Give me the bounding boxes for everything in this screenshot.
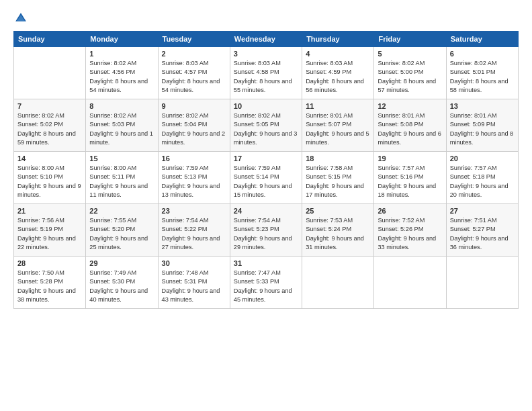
calendar-cell: 31Sunrise: 7:47 AM Sunset: 5:33 PM Dayli… — [230, 257, 302, 309]
calendar-cell — [14, 47, 86, 99]
day-number: 20 — [450, 154, 515, 163]
weekday-header-tuesday: Tuesday — [158, 32, 230, 47]
week-row-3: 14Sunrise: 8:00 AM Sunset: 5:10 PM Dayli… — [14, 152, 519, 204]
day-info: Sunrise: 7:59 AM Sunset: 5:13 PM Dayligh… — [162, 164, 226, 199]
calendar-cell: 8Sunrise: 8:02 AM Sunset: 5:03 PM Daylig… — [86, 99, 158, 152]
day-number: 14 — [17, 154, 82, 163]
calendar-container: SundayMondayTuesdayWednesdayThursdayFrid… — [0, 0, 532, 316]
day-number: 21 — [17, 207, 82, 215]
day-number: 11 — [306, 102, 370, 110]
day-number: 3 — [234, 50, 298, 58]
calendar-cell — [446, 257, 518, 309]
calendar-cell: 30Sunrise: 7:48 AM Sunset: 5:31 PM Dayli… — [158, 257, 230, 309]
day-info: Sunrise: 8:03 AM Sunset: 4:57 PM Dayligh… — [162, 59, 226, 95]
day-number: 25 — [306, 207, 370, 215]
day-number: 6 — [450, 50, 515, 58]
day-number: 8 — [89, 102, 154, 110]
day-info: Sunrise: 8:02 AM Sunset: 5:02 PM Dayligh… — [17, 111, 82, 147]
day-info: Sunrise: 8:03 AM Sunset: 4:59 PM Dayligh… — [306, 59, 370, 95]
weekday-header-wednesday: Wednesday — [230, 32, 302, 47]
day-number: 23 — [162, 207, 226, 215]
day-number: 16 — [162, 154, 226, 163]
day-number: 13 — [450, 102, 515, 110]
day-number: 12 — [378, 102, 442, 110]
week-row-1: 1Sunrise: 8:02 AM Sunset: 4:56 PM Daylig… — [14, 47, 519, 99]
day-number: 4 — [306, 50, 370, 58]
calendar-cell: 3Sunrise: 8:03 AM Sunset: 4:58 PM Daylig… — [230, 47, 302, 99]
day-number: 10 — [234, 102, 298, 110]
day-info: Sunrise: 7:55 AM Sunset: 5:20 PM Dayligh… — [89, 216, 154, 252]
day-number: 28 — [17, 259, 82, 267]
calendar-cell: 9Sunrise: 8:02 AM Sunset: 5:04 PM Daylig… — [158, 99, 230, 152]
day-info: Sunrise: 8:03 AM Sunset: 4:58 PM Dayligh… — [234, 59, 298, 95]
day-number: 17 — [234, 154, 298, 163]
calendar-cell — [302, 257, 374, 309]
day-info: Sunrise: 8:01 AM Sunset: 5:09 PM Dayligh… — [450, 111, 515, 147]
day-number: 29 — [89, 259, 154, 267]
weekday-header-saturday: Saturday — [446, 32, 518, 47]
calendar-cell: 17Sunrise: 7:59 AM Sunset: 5:14 PM Dayli… — [230, 152, 302, 204]
calendar-cell: 20Sunrise: 7:57 AM Sunset: 5:18 PM Dayli… — [446, 152, 518, 204]
day-info: Sunrise: 7:58 AM Sunset: 5:15 PM Dayligh… — [306, 164, 370, 199]
day-info: Sunrise: 7:47 AM Sunset: 5:33 PM Dayligh… — [234, 269, 298, 304]
day-info: Sunrise: 7:57 AM Sunset: 5:18 PM Dayligh… — [450, 164, 515, 199]
week-row-5: 28Sunrise: 7:50 AM Sunset: 5:28 PM Dayli… — [14, 257, 519, 309]
weekday-header-sunday: Sunday — [14, 32, 86, 47]
calendar-cell: 29Sunrise: 7:49 AM Sunset: 5:30 PM Dayli… — [86, 257, 158, 309]
calendar-cell: 14Sunrise: 8:00 AM Sunset: 5:10 PM Dayli… — [14, 152, 86, 204]
day-number: 27 — [450, 207, 515, 215]
day-number: 18 — [306, 154, 370, 163]
logo-icon — [13, 11, 28, 26]
day-number: 1 — [89, 50, 154, 58]
day-info: Sunrise: 7:51 AM Sunset: 5:27 PM Dayligh… — [450, 216, 515, 252]
logo — [13, 11, 31, 26]
weekday-header-row: SundayMondayTuesdayWednesdayThursdayFrid… — [14, 32, 519, 47]
calendar-cell: 21Sunrise: 7:56 AM Sunset: 5:19 PM Dayli… — [14, 204, 86, 257]
calendar-cell: 16Sunrise: 7:59 AM Sunset: 5:13 PM Dayli… — [158, 152, 230, 204]
day-info: Sunrise: 8:02 AM Sunset: 4:56 PM Dayligh… — [89, 59, 154, 95]
calendar-cell: 13Sunrise: 8:01 AM Sunset: 5:09 PM Dayli… — [446, 99, 518, 152]
day-number: 19 — [378, 154, 442, 163]
week-row-2: 7Sunrise: 8:02 AM Sunset: 5:02 PM Daylig… — [14, 99, 519, 152]
day-number: 30 — [162, 259, 226, 267]
weekday-header-monday: Monday — [86, 32, 158, 47]
day-info: Sunrise: 7:48 AM Sunset: 5:31 PM Dayligh… — [162, 269, 226, 304]
calendar-cell: 19Sunrise: 7:57 AM Sunset: 5:16 PM Dayli… — [374, 152, 446, 204]
header-row — [13, 11, 519, 26]
day-info: Sunrise: 8:00 AM Sunset: 5:11 PM Dayligh… — [89, 164, 154, 199]
calendar-cell: 12Sunrise: 8:01 AM Sunset: 5:08 PM Dayli… — [374, 99, 446, 152]
day-info: Sunrise: 8:02 AM Sunset: 5:04 PM Dayligh… — [162, 111, 226, 147]
calendar-cell: 7Sunrise: 8:02 AM Sunset: 5:02 PM Daylig… — [14, 99, 86, 152]
calendar-cell: 22Sunrise: 7:55 AM Sunset: 5:20 PM Dayli… — [86, 204, 158, 257]
day-info: Sunrise: 8:01 AM Sunset: 5:07 PM Dayligh… — [306, 111, 370, 147]
day-info: Sunrise: 7:54 AM Sunset: 5:23 PM Dayligh… — [234, 216, 298, 252]
day-info: Sunrise: 8:02 AM Sunset: 5:01 PM Dayligh… — [450, 59, 515, 95]
calendar-cell: 18Sunrise: 7:58 AM Sunset: 5:15 PM Dayli… — [302, 152, 374, 204]
day-info: Sunrise: 8:01 AM Sunset: 5:08 PM Dayligh… — [378, 111, 442, 147]
day-info: Sunrise: 7:53 AM Sunset: 5:24 PM Dayligh… — [306, 216, 370, 252]
day-number: 15 — [89, 154, 154, 163]
day-number: 26 — [378, 207, 442, 215]
week-row-4: 21Sunrise: 7:56 AM Sunset: 5:19 PM Dayli… — [14, 204, 519, 257]
calendar-cell: 15Sunrise: 8:00 AM Sunset: 5:11 PM Dayli… — [86, 152, 158, 204]
calendar-cell: 4Sunrise: 8:03 AM Sunset: 4:59 PM Daylig… — [302, 47, 374, 99]
day-info: Sunrise: 8:02 AM Sunset: 5:00 PM Dayligh… — [378, 59, 442, 95]
calendar-cell: 26Sunrise: 7:52 AM Sunset: 5:26 PM Dayli… — [374, 204, 446, 257]
day-info: Sunrise: 7:54 AM Sunset: 5:22 PM Dayligh… — [162, 216, 226, 252]
calendar-cell: 11Sunrise: 8:01 AM Sunset: 5:07 PM Dayli… — [302, 99, 374, 152]
calendar-cell — [374, 257, 446, 309]
day-info: Sunrise: 7:49 AM Sunset: 5:30 PM Dayligh… — [89, 269, 154, 304]
calendar-cell: 10Sunrise: 8:02 AM Sunset: 5:05 PM Dayli… — [230, 99, 302, 152]
day-number: 31 — [234, 259, 298, 267]
day-info: Sunrise: 7:50 AM Sunset: 5:28 PM Dayligh… — [17, 269, 82, 304]
calendar-cell: 2Sunrise: 8:03 AM Sunset: 4:57 PM Daylig… — [158, 47, 230, 99]
calendar-cell: 24Sunrise: 7:54 AM Sunset: 5:23 PM Dayli… — [230, 204, 302, 257]
day-number: 7 — [17, 102, 82, 110]
calendar-cell: 25Sunrise: 7:53 AM Sunset: 5:24 PM Dayli… — [302, 204, 374, 257]
calendar-cell: 28Sunrise: 7:50 AM Sunset: 5:28 PM Dayli… — [14, 257, 86, 309]
day-info: Sunrise: 8:02 AM Sunset: 5:05 PM Dayligh… — [234, 111, 298, 147]
day-info: Sunrise: 7:52 AM Sunset: 5:26 PM Dayligh… — [378, 216, 442, 252]
day-number: 24 — [234, 207, 298, 215]
calendar-table: SundayMondayTuesdayWednesdayThursdayFrid… — [13, 31, 519, 309]
weekday-header-thursday: Thursday — [302, 32, 374, 47]
